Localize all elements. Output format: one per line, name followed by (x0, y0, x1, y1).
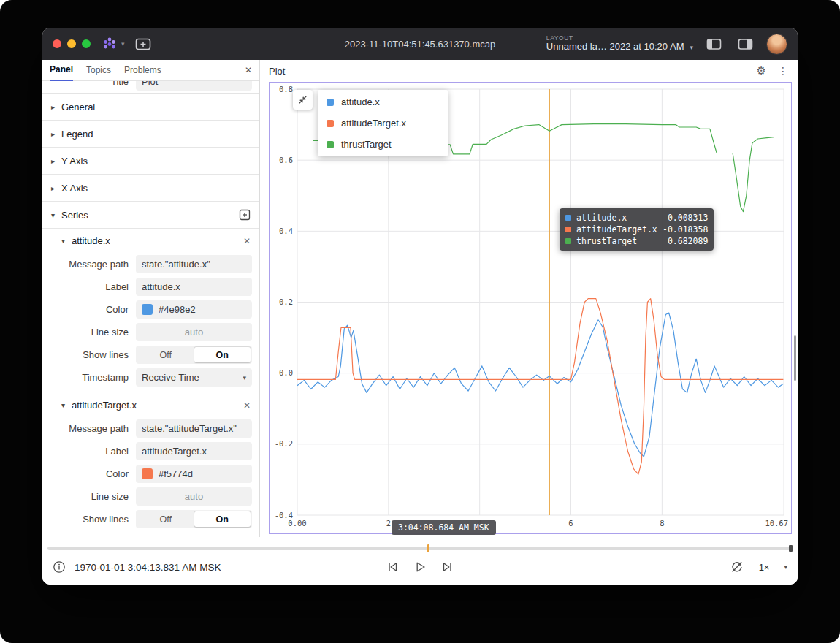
legend-item[interactable]: attitudeTarget.x (318, 113, 448, 134)
hover-series-value: -0.018358 (663, 224, 708, 235)
minimize-window-button[interactable] (67, 39, 76, 48)
color-input[interactable]: #f5774d (136, 465, 252, 483)
play-button[interactable] (413, 560, 427, 574)
color-input[interactable]: #4e98e2 (136, 300, 252, 319)
settings-sidebar: Panel Topics Problems ✕ Title Plot ▸ Gen… (42, 60, 260, 537)
label-input[interactable]: attitudeTarget.x (136, 442, 252, 460)
app-menu-chevron-icon[interactable]: ▾ (121, 40, 125, 47)
section-series[interactable]: ▾ Series (42, 202, 259, 229)
show-lines-off-button[interactable]: Off (137, 511, 194, 527)
window-controls (53, 39, 91, 48)
section-legend[interactable]: ▸ Legend (42, 121, 259, 148)
section-label: Legend (61, 129, 93, 140)
show-lines-off-button[interactable]: Off (137, 347, 194, 362)
plot-hover-tooltip: attitude.x-0.008313attitudeTarget.x-0.01… (560, 208, 714, 251)
add-series-icon[interactable] (239, 209, 251, 221)
show-lines-row: Show lines Off On (42, 343, 259, 366)
chevron-down-icon: ▾ (61, 237, 72, 245)
panel-menu-kebab-icon[interactable]: ⋮ (778, 65, 789, 77)
tab-topics[interactable]: Topics (86, 60, 111, 80)
show-lines-row: Show lines Off On (42, 508, 259, 530)
chevron-right-icon: ▸ (51, 157, 61, 165)
series-name: attitude.x (72, 235, 110, 246)
left-sidebar-toggle-icon[interactable] (706, 38, 722, 50)
chevron-right-icon: ▸ (51, 130, 61, 138)
title-field-row-clipped: Title Plot (42, 81, 259, 94)
svg-text:0.2: 0.2 (279, 297, 293, 306)
timestamp-row: Timestamp Receive Time ▾ (42, 366, 259, 389)
scrollbar-thumb[interactable] (794, 335, 796, 381)
seek-forward-button[interactable] (440, 560, 455, 574)
legend-item[interactable]: thrustTarget (318, 134, 448, 155)
line-size-input[interactable]: auto (136, 323, 252, 341)
legend-label: attitude.x (341, 96, 380, 107)
section-y-axis[interactable]: ▸ Y Axis (42, 148, 259, 175)
color-value: #f5774d (159, 468, 193, 479)
line-size-input[interactable]: auto (136, 487, 252, 506)
legend-item[interactable]: attitude.x (318, 91, 448, 113)
delete-series-icon[interactable]: ✕ (243, 236, 251, 246)
right-sidebar-toggle-icon[interactable] (738, 38, 753, 50)
field-label: Color (42, 304, 136, 315)
timestamp-value: Receive Time (142, 372, 199, 383)
message-path-input[interactable]: state."attitude.x" (136, 255, 252, 273)
series-header-attitude-x[interactable]: ▾ attitude.x ✕ (42, 229, 259, 253)
sidebar-content: Title Plot ▸ General ▸ Legend ▸ Y Axis (42, 81, 259, 537)
zoom-window-button[interactable] (82, 39, 91, 48)
color-value: #4e98e2 (159, 304, 196, 315)
tab-panel[interactable]: Panel (50, 60, 73, 81)
svg-text:0.6: 0.6 (279, 156, 293, 164)
label-input[interactable]: attitude.x (136, 278, 252, 296)
message-path-input[interactable]: state."attitudeTarget.x" (136, 419, 252, 438)
show-lines-on-button[interactable]: On (194, 511, 251, 527)
legend-collapse-button[interactable] (293, 90, 313, 110)
scrubber-hover-time: 3:04:08.684 AM MSK (392, 520, 496, 535)
seek-backward-button[interactable] (385, 560, 400, 574)
playhead-marker[interactable] (427, 544, 429, 552)
message-path-row: Message path state."attitudeTarget.x" (42, 417, 259, 440)
hover-tooltip-row: attitude.x-0.008313 (565, 212, 708, 224)
chevron-down-icon: ▾ (51, 211, 61, 219)
loop-off-icon[interactable] (730, 560, 744, 574)
plot-area[interactable]: 0.80.60.40.20.0-0.2-0.40.00246810.67 att… (269, 82, 792, 534)
color-swatch (142, 304, 153, 315)
section-x-axis[interactable]: ▸ X Axis (42, 175, 259, 202)
data-source-info-icon[interactable] (53, 560, 66, 574)
scrubber-track[interactable] (47, 547, 793, 550)
svg-text:8: 8 (660, 519, 664, 528)
line-size-value: auto (185, 327, 203, 338)
speed-chevron-icon[interactable]: ▾ (784, 563, 787, 571)
close-window-button[interactable] (53, 39, 61, 48)
svg-text:10.67: 10.67 (765, 519, 788, 528)
file-title: 2023-11-10T04:51:45.631370.mcap (345, 39, 495, 50)
titlebar: ▾ 2023-11-10T04:51:45.631370.mcap LAYOUT… (42, 28, 798, 60)
title-input[interactable]: Plot (136, 81, 252, 91)
hover-swatch (565, 215, 571, 221)
sidebar-close-icon[interactable]: ✕ (245, 65, 252, 75)
show-lines-toggle: Off On (136, 346, 252, 364)
new-window-button[interactable] (134, 37, 153, 52)
svg-text:0.00: 0.00 (288, 519, 306, 528)
section-label: Y Axis (61, 156, 88, 167)
delete-series-icon[interactable]: ✕ (243, 400, 251, 411)
layout-name: Unnamed la… 2022 at 10:20 AM (546, 42, 684, 53)
sidebar-toggles (706, 38, 753, 50)
line-size-row: Line size auto (42, 321, 259, 343)
show-lines-on-button[interactable]: On (194, 347, 251, 362)
user-avatar[interactable] (766, 34, 787, 55)
hover-swatch (565, 227, 571, 232)
series-header-attitude-target-x[interactable]: ▾ attitudeTarget.x ✕ (42, 393, 259, 417)
desktop-background: ▾ 2023-11-10T04:51:45.631370.mcap LAYOUT… (0, 0, 840, 643)
label-value: attitude.x (142, 281, 180, 292)
foxglove-logo-icon[interactable] (101, 36, 118, 52)
series-name: attitudeTarget.x (72, 400, 137, 411)
playback-speed[interactable]: 1× (759, 562, 770, 573)
collapse-arrows-icon (298, 95, 308, 104)
timeline-scrubber[interactable] (47, 545, 793, 552)
timestamp-select[interactable]: Receive Time ▾ (136, 368, 252, 387)
tab-problems[interactable]: Problems (124, 60, 161, 80)
panel-title: Plot (269, 66, 285, 77)
section-general[interactable]: ▸ General (42, 94, 259, 121)
layout-selector[interactable]: LAYOUT Unnamed la… 2022 at 10:20 AM ▾ (546, 35, 693, 53)
panel-settings-gear-icon[interactable]: ⚙ (757, 64, 766, 77)
